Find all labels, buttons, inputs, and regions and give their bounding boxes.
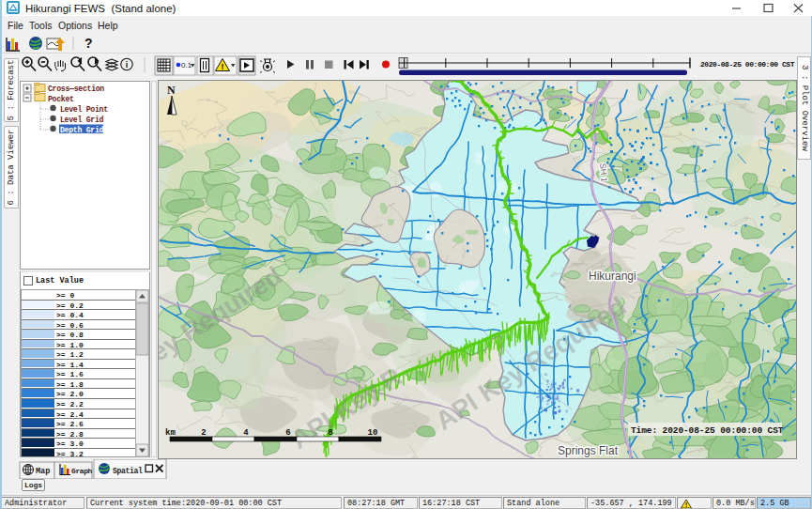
svg-text:Level Point: Level Point [60,105,108,114]
svg-text:0.1: 0.1 [181,61,192,69]
svg-text:km: km [165,428,176,438]
svg-text:8: 8 [328,428,332,438]
svg-text:Map: Map [36,467,50,476]
svg-text:!: ! [684,501,688,509]
svg-text:i: i [126,60,129,69]
svg-text:SH 1: SH 1 [598,162,609,182]
svg-text:10: 10 [368,428,378,438]
svg-text:Hikurangi: Hikurangi [589,270,636,283]
svg-text:2: 2 [201,428,206,438]
svg-text:Springs Flat: Springs Flat [558,444,619,457]
svg-text:Depth Grid: Depth Grid [60,126,104,134]
svg-text:Spatial: Spatial [113,467,143,475]
svg-text:Time: 2020-08-25 00:00:00 CST: Time: 2020-08-25 00:00:00 CST [631,425,784,436]
svg-text:Graph: Graph [71,467,93,475]
svg-text:?: ? [84,36,93,51]
svg-text:6: 6 [285,428,290,438]
svg-text:Pocket: Pocket [48,95,74,103]
svg-text:Cross—section: Cross—section [48,85,104,93]
svg-text:!: ! [222,62,224,71]
svg-text:Level Grid: Level Grid [60,116,104,124]
svg-text:N: N [167,84,176,97]
svg-text:4: 4 [243,428,249,438]
